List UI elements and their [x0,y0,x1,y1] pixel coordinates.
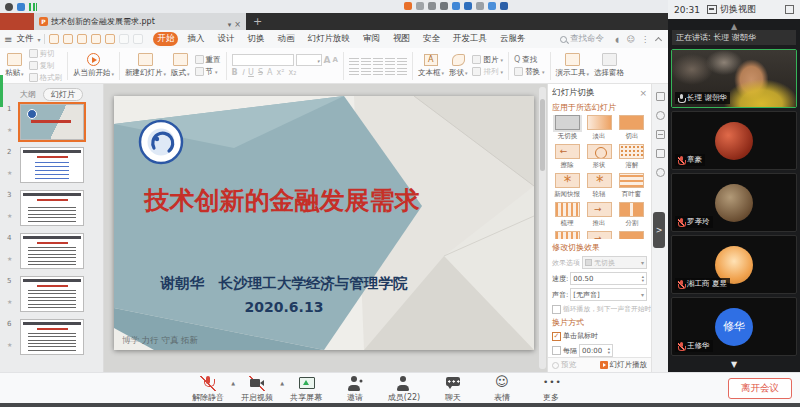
slide-canvas[interactable]: 技术创新的金融发展需求 谢朝华 长沙理工大学经济与管理学院 2020.6.13 … [104,84,547,372]
slide-thumbnail-image[interactable] [20,319,84,355]
slide-thumbnail[interactable]: 1 [20,104,103,140]
justify-icon[interactable] [385,67,395,75]
subscript-icon[interactable]: x₂ [288,68,296,77]
share-pane-icon[interactable] [656,111,665,120]
tray-icon[interactable] [416,2,424,10]
transition-effect[interactable] [584,231,614,239]
effect-option-select[interactable]: 无切换 [582,256,647,269]
open-icon[interactable] [63,34,73,44]
slide-thumbnail[interactable]: 4 [20,233,103,269]
kebab-menu-icon[interactable] [640,35,650,44]
menu-item[interactable]: 幻灯片放映 [303,32,354,46]
tray-icon[interactable] [29,3,37,11]
participant-tile[interactable]: 章豪 [671,111,797,170]
menu-item[interactable]: 开发工具 [449,32,491,46]
tray-icon[interactable] [440,2,448,10]
tray-icon[interactable] [464,2,472,10]
current-slide[interactable]: 技术创新的金融发展需求 谢朝华 长沙理工大学经济与管理学院 2020.6.13 … [114,96,534,350]
menu-item[interactable]: 开始 [153,32,178,46]
reset-button[interactable]: 重置 [195,55,221,65]
font-family-input[interactable] [232,54,294,66]
new-slide-button[interactable]: 新建幻灯片 [125,53,166,78]
smiley-icon[interactable] [626,35,636,44]
print-preview-icon[interactable] [91,34,101,44]
align-center-icon[interactable] [361,67,371,75]
collapse-pane-handle[interactable] [653,212,665,248]
menu-item[interactable]: 安全 [419,32,444,46]
transition-effect[interactable]: 形状 [584,144,614,170]
find-button[interactable]: 查找 [514,55,545,65]
tray-icon[interactable] [5,3,13,11]
meeting-toolbar-button[interactable]: 聊天 [433,376,473,403]
transition-effect[interactable]: 擦除 [552,144,582,170]
wps-home-button[interactable] [0,13,34,30]
tray-icon[interactable] [488,2,496,10]
speed-input[interactable]: 00.50 [570,272,647,285]
paste-button[interactable]: 粘贴 [5,53,24,78]
transition-effect[interactable] [552,231,582,239]
transition-effect[interactable]: 分割 [617,202,647,228]
meeting-toolbar-button[interactable]: 开启视频 [237,376,277,403]
animation-pane-icon[interactable] [656,130,665,139]
clipart-pane-icon[interactable] [656,149,665,158]
undo-icon[interactable] [119,34,129,44]
redo-icon[interactable] [133,34,143,44]
transition-effect[interactable]: 淡出 [584,115,614,141]
slideshow-play-button[interactable]: 幻灯片播放 [600,360,648,370]
format-painter-button[interactable]: 格式刷 [29,73,63,83]
menu-item[interactable]: 审阅 [359,32,384,46]
menu-item[interactable]: 云服务 [496,32,530,46]
fullscreen-icon[interactable] [785,5,794,14]
slide-thumbnail[interactable]: 2 [20,147,103,183]
meeting-toolbar-button[interactable]: 共享屏幕 [286,376,326,403]
on-click-checkbox[interactable] [552,332,561,341]
feedback-icon[interactable] [612,35,622,44]
transition-effect[interactable]: 梳理 [552,202,582,228]
leave-meeting-button[interactable]: 离开会议 [728,378,792,399]
scroll-up-arrow[interactable] [668,19,800,29]
slide-thumbnail-image[interactable] [20,104,84,140]
auto-advance-checkbox[interactable] [552,346,561,355]
auto-advance-time-input[interactable]: 00:00 [579,344,613,357]
transition-effect[interactable] [617,231,647,239]
transition-effect[interactable]: 推出 [584,202,614,228]
participant-tile[interactable]: 修华 王修华 [671,297,797,356]
superscript-icon[interactable]: x² [276,68,284,77]
tab-outline[interactable]: 大纲 [20,89,36,100]
pane-close-icon[interactable] [639,88,647,98]
participant-tile[interactable]: 长理 谢朝华 [671,49,797,108]
hamburger-icon[interactable] [4,34,12,45]
slide-thumbnail[interactable]: 5 [20,276,103,312]
file-caret-icon[interactable] [37,34,40,44]
print-icon[interactable] [77,34,87,44]
properties-pane-icon[interactable] [656,92,665,101]
outdent-icon[interactable] [385,57,395,65]
bullets-icon[interactable] [349,57,359,65]
tab-slides[interactable]: 幻灯片 [43,88,83,101]
new-tab-button[interactable] [246,13,269,30]
sound-select[interactable]: [无声音] [570,288,647,301]
textbox-button[interactable]: 文本框 [418,54,444,78]
scrollbar-thumb[interactable] [540,99,545,171]
tray-icon[interactable] [476,2,484,10]
meeting-toolbar-button[interactable]: 邀请 [335,376,375,403]
menu-item[interactable]: 插入 [183,32,208,46]
canvas-scrollbar[interactable] [539,87,546,369]
meeting-toolbar-button[interactable]: 解除静音 [188,376,228,403]
tray-icon[interactable] [500,2,508,10]
picture-button[interactable]: 图片 [472,55,503,65]
document-tab[interactable]: 技术创新的金融发展需求.ppt [34,13,246,30]
slide-thumbnail-image[interactable] [20,233,84,269]
transition-effect[interactable]: 无切换 [552,115,582,141]
shrink-font-icon[interactable]: A [333,56,338,64]
collapse-ribbon-icon[interactable] [655,36,662,43]
save-icon[interactable] [49,34,59,44]
tray-icon[interactable] [428,2,436,10]
tray-icon[interactable] [404,2,412,10]
tab-close-icon[interactable] [234,12,241,31]
play-from-current-button[interactable]: 从当前开始 [73,53,114,78]
columns-icon[interactable] [397,67,407,75]
menu-item[interactable]: 切换 [243,32,268,46]
font-color-icon[interactable]: A [267,68,272,77]
tray-icon[interactable] [17,3,25,11]
